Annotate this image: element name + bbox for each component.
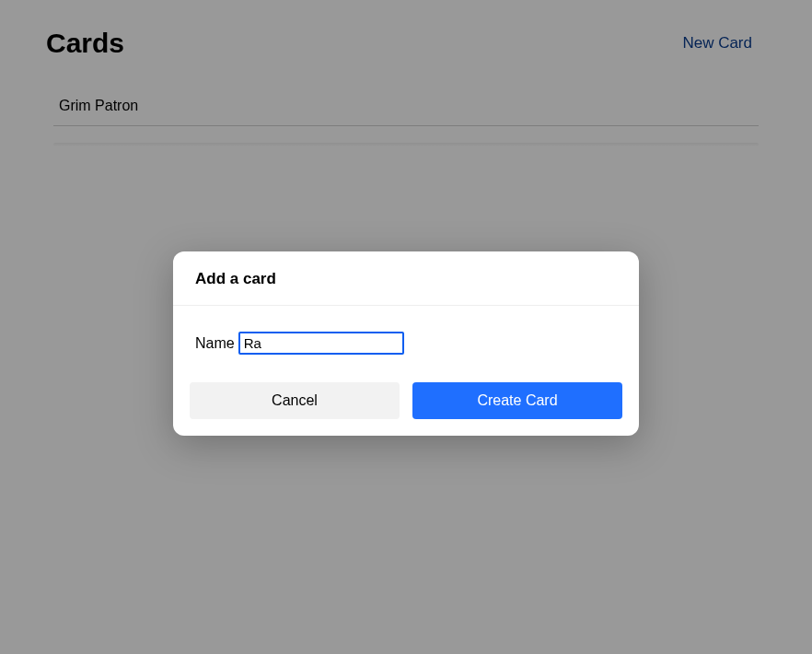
modal-header: Add a card (173, 251, 639, 306)
create-card-button[interactable]: Create Card (412, 382, 622, 419)
add-card-modal: Add a card Name Cancel Create Card (173, 251, 639, 436)
name-input[interactable] (238, 332, 404, 355)
modal-footer: Cancel Create Card (173, 366, 639, 436)
name-label: Name (195, 335, 235, 352)
modal-overlay[interactable]: Add a card Name Cancel Create Card (0, 0, 812, 654)
modal-title: Add a card (195, 270, 617, 288)
modal-body: Name (173, 306, 639, 366)
cancel-button[interactable]: Cancel (190, 382, 400, 419)
name-field-row: Name (195, 332, 617, 355)
